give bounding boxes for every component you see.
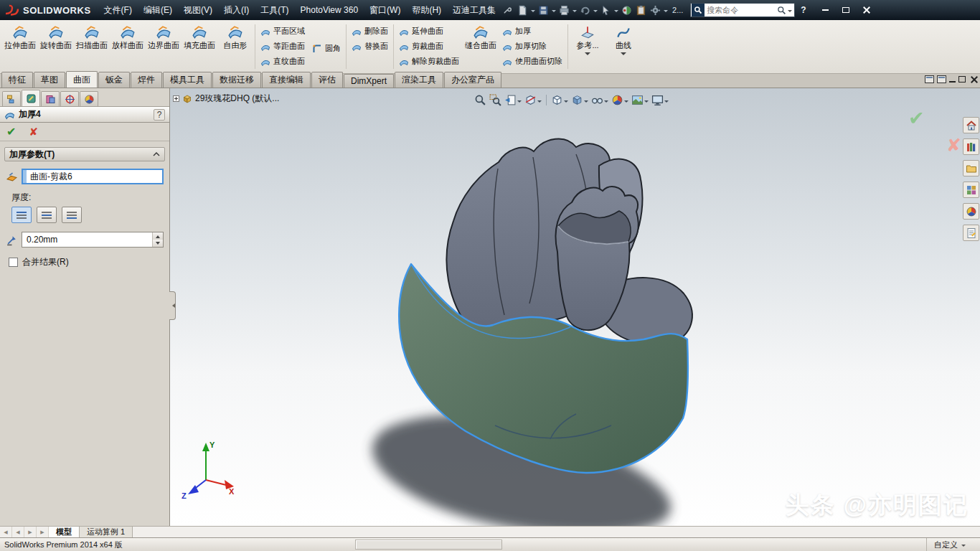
tab-sheet-metal[interactable]: 钣金 (98, 72, 130, 88)
curves-button[interactable]: 曲线 (606, 22, 641, 72)
graphics-viewport[interactable]: 29玫瑰花DHQ (默认... ✔ ✘ (170, 88, 980, 526)
tab-feature-tree[interactable] (2, 91, 21, 106)
file-explorer-button[interactable] (963, 160, 979, 176)
parameters-group-header[interactable]: 加厚参数(T) (4, 147, 165, 161)
view-palette-button[interactable] (963, 182, 979, 198)
boundary-surface-button[interactable]: 边界曲面 (146, 22, 182, 72)
options-caret[interactable] (664, 10, 668, 14)
close-button[interactable] (857, 3, 877, 18)
thickened-cut-button[interactable]: 加厚切除 (499, 40, 566, 52)
knit-surface-button[interactable]: 缝合曲面 (463, 22, 499, 72)
tab-direct-editing[interactable]: 直接编辑 (262, 72, 311, 88)
doc-restore-button[interactable] (958, 76, 966, 83)
print-caret[interactable] (573, 10, 577, 14)
tree-expand-icon[interactable] (173, 95, 179, 102)
toolbar-overflow[interactable]: 2... (672, 6, 683, 14)
merge-result-checkbox[interactable] (9, 258, 18, 267)
menu-tools[interactable]: 工具(T) (255, 0, 294, 20)
search-dropdown-caret[interactable] (788, 10, 792, 14)
feature-help-button[interactable]: ? (154, 109, 165, 121)
tab-sketch[interactable]: 草图 (34, 72, 65, 88)
tab-render-tools[interactable]: 渲染工具 (395, 72, 443, 88)
search-command-box[interactable]: 搜索命令 (690, 3, 795, 17)
first-tab-button[interactable]: ◀ (0, 527, 12, 537)
view-settings-button[interactable] (650, 93, 670, 107)
select-caret[interactable] (614, 10, 618, 14)
extruded-surface-button[interactable]: 拉伸曲面 (2, 22, 38, 72)
untrim-surface-button[interactable]: 解除剪裁曲面 (395, 55, 463, 67)
new-document-button[interactable] (516, 3, 529, 17)
new-window-icon[interactable] (925, 75, 934, 83)
appearances-scenes-button[interactable] (963, 203, 979, 220)
menu-edit[interactable]: 编辑(E) (138, 0, 178, 20)
previous-view-button[interactable] (503, 93, 523, 107)
menu-window[interactable]: 窗口(W) (364, 0, 406, 20)
planar-surface-button[interactable]: 平面区域 (257, 25, 308, 37)
spin-down-button[interactable] (153, 240, 163, 247)
replace-face-button[interactable]: 替换面 (348, 40, 392, 52)
thickness-input[interactable]: 0.20mm (22, 232, 164, 248)
ruled-surface-button[interactable]: 直纹曲面 (257, 55, 308, 67)
tab-display-manager[interactable] (80, 91, 98, 106)
maximize-button[interactable] (836, 3, 857, 18)
new-document-caret[interactable] (531, 10, 535, 14)
swept-surface-button[interactable]: 扫描曲面 (74, 22, 110, 72)
tab-mold-tools[interactable]: 模具工具 (163, 72, 212, 88)
print-button[interactable] (557, 3, 571, 17)
tab-weldments[interactable]: 焊件 (131, 72, 162, 88)
tab-evaluate[interactable]: 评估 (311, 72, 343, 88)
surface-selection-field[interactable]: 曲面-剪裁6 (22, 169, 164, 184)
tab-data-migration[interactable]: 数据迁移 (212, 72, 261, 88)
lofted-surface-button[interactable]: 放样曲面 (110, 22, 146, 72)
undo-caret[interactable] (593, 10, 598, 14)
freeform-button[interactable]: 自由形 (217, 22, 253, 72)
hide-show-items-button[interactable] (590, 93, 610, 107)
doc-close-button[interactable] (970, 75, 978, 83)
menu-maidi-tools[interactable]: 迈迪工具集 (447, 0, 501, 20)
tab-dimxpert[interactable]: DimXpert (344, 74, 394, 88)
collapse-chevron-icon[interactable] (153, 152, 160, 156)
delete-face-button[interactable]: 删除面 (348, 25, 392, 37)
extend-surface-button[interactable]: 延伸曲面 (395, 25, 463, 37)
cut-with-surface-button[interactable]: 使用曲面切除 (499, 55, 566, 67)
doc-minimize-button[interactable] (949, 81, 956, 83)
thicken-side2-button[interactable] (62, 207, 82, 223)
solidworks-resources-button[interactable] (963, 117, 979, 133)
save-button[interactable] (537, 3, 550, 17)
section-view-button[interactable] (523, 93, 543, 107)
file-properties-button[interactable] (634, 3, 648, 17)
spin-up-button[interactable] (153, 232, 163, 240)
menu-photoview360[interactable]: PhotoView 360 (295, 0, 364, 20)
motion-study-tab[interactable]: 运动算例 1 (80, 527, 133, 537)
reference-geometry-button[interactable]: 参考... (570, 22, 606, 72)
edit-appearance-button[interactable] (610, 93, 630, 107)
offset-surface-button[interactable]: 等距曲面 (257, 40, 308, 52)
search-icon[interactable] (777, 6, 786, 15)
tree-part-name[interactable]: 29玫瑰花DHQ (默认... (195, 93, 279, 105)
tile-window-icon[interactable] (937, 75, 946, 83)
design-library-button[interactable] (963, 138, 979, 155)
help-button[interactable]: ? (801, 5, 806, 15)
save-caret[interactable] (552, 10, 556, 14)
trim-surface-button[interactable]: 剪裁曲面 (395, 40, 463, 52)
display-style-button[interactable] (570, 93, 590, 107)
confirm-ok-button[interactable]: ✔ (908, 107, 925, 130)
revolved-surface-button[interactable]: 旋转曲面 (38, 22, 74, 72)
menu-view[interactable]: 视图(V) (178, 0, 218, 20)
confirm-cancel-button[interactable]: ✘ (946, 135, 961, 156)
customize-menu[interactable]: 自定义 (926, 538, 976, 551)
tab-office-products[interactable]: 办公室产品 (444, 72, 501, 88)
tab-features[interactable]: 特征 (1, 72, 33, 88)
menu-help[interactable]: 帮助(H) (406, 0, 447, 20)
previous-tab-button[interactable]: ◀ (12, 527, 24, 537)
zoom-to-fit-button[interactable] (473, 93, 488, 107)
zoom-to-area-button[interactable] (488, 93, 503, 107)
cancel-button[interactable]: ✘ (29, 126, 38, 138)
panel-splitter-handle[interactable] (169, 291, 176, 320)
next-tab-button[interactable]: ▶ (24, 527, 37, 537)
tab-property-manager[interactable] (22, 90, 40, 106)
thicken-side1-button[interactable] (11, 207, 32, 223)
apply-scene-button[interactable] (630, 93, 650, 107)
rose-model[interactable] (170, 88, 980, 526)
menu-file[interactable]: 文件(F) (98, 0, 138, 20)
